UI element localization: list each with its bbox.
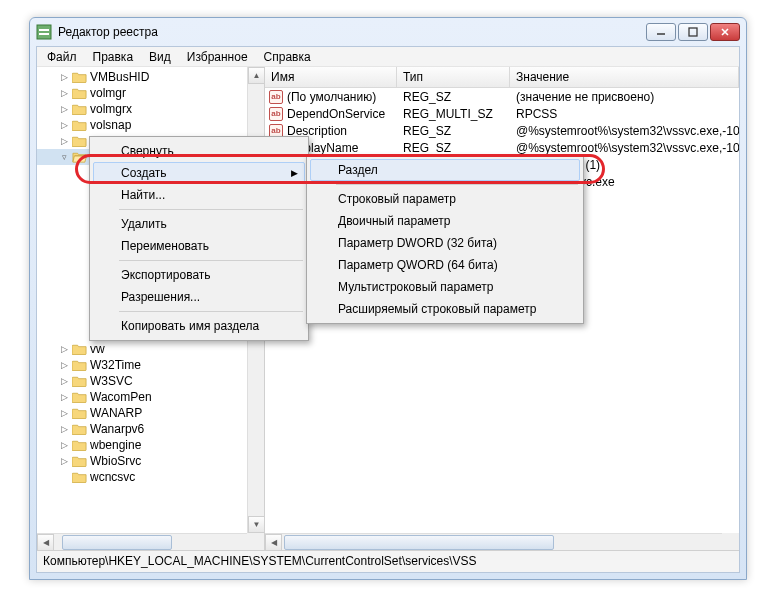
folder-icon (72, 119, 87, 131)
menu-item[interactable]: Переименовать (93, 235, 305, 257)
menu-item[interactable]: Разрешения... (93, 286, 305, 308)
menu-item[interactable]: Параметр DWORD (32 бита) (310, 232, 580, 254)
expand-icon[interactable]: ▷ (59, 88, 70, 99)
tree-item[interactable]: ▷W3SVC (37, 373, 264, 389)
tree-hscrollbar[interactable]: ◀ ▶ (37, 533, 264, 550)
menu-favorites[interactable]: Избранное (181, 48, 254, 66)
menu-edit[interactable]: Правка (87, 48, 140, 66)
expand-icon[interactable]: ▷ (59, 440, 70, 451)
folder-icon (72, 439, 87, 451)
expand-icon[interactable]: ▷ (59, 344, 70, 355)
folder-icon (72, 151, 87, 163)
menu-item[interactable]: Экспортировать (93, 264, 305, 286)
tree-item[interactable]: ▷volmgrx (37, 101, 264, 117)
minimize-button[interactable] (646, 23, 676, 41)
menu-item[interactable]: Раздел (310, 159, 580, 181)
tree-item-label: WANARP (90, 406, 142, 420)
folder-icon (72, 87, 87, 99)
list-row[interactable]: abDisplayNameREG_SZ@%systemroot%\system3… (265, 139, 739, 156)
close-button[interactable] (710, 23, 740, 41)
col-header-value[interactable]: Значение (510, 67, 739, 87)
menu-item-label: Экспортировать (121, 268, 211, 282)
string-value-icon: ab (269, 107, 283, 121)
titlebar[interactable]: Редактор реестра (30, 18, 746, 46)
window-title: Редактор реестра (58, 25, 646, 39)
value-data: (значение не присвоено) (510, 90, 739, 104)
menu-item[interactable]: Двоичный параметр (310, 210, 580, 232)
expand-icon[interactable]: ▷ (59, 120, 70, 131)
submenu-arrow-icon: ▶ (291, 168, 298, 178)
tree-item[interactable]: wcncsvc (37, 469, 264, 485)
tree-item[interactable]: ▷vw (37, 341, 264, 357)
scroll-left-icon[interactable]: ◀ (265, 534, 282, 550)
tree-item-label: WacomPen (90, 390, 152, 404)
expand-icon[interactable]: ▷ (59, 392, 70, 403)
value-data: @%systemroot%\system32\vssvc.exe,-101 (510, 124, 739, 138)
list-row[interactable]: abDescriptionREG_SZ@%systemroot%\system3… (265, 122, 739, 139)
expand-icon[interactable]: ▷ (59, 104, 70, 115)
expand-icon[interactable]: ▷ (59, 408, 70, 419)
col-header-name[interactable]: Имя (265, 67, 397, 87)
value-type: REG_SZ (397, 90, 510, 104)
menu-separator (119, 260, 303, 261)
folder-icon (72, 359, 87, 371)
tree-item[interactable]: ▷WacomPen (37, 389, 264, 405)
tree-item-label: W3SVC (90, 374, 133, 388)
folder-icon (72, 375, 87, 387)
scroll-up-icon[interactable]: ▲ (248, 67, 265, 84)
menu-item[interactable]: Свернуть (93, 140, 305, 162)
tree-item[interactable]: ▷Wanarpv6 (37, 421, 264, 437)
tree-item[interactable]: ▷volsnap (37, 117, 264, 133)
expand-icon[interactable]: ▷ (59, 424, 70, 435)
menu-item[interactable]: Найти... (93, 184, 305, 206)
expand-icon[interactable]: ▷ (59, 136, 70, 147)
expand-icon[interactable] (59, 472, 70, 483)
menu-item[interactable]: Расширяемый строковый параметр (310, 298, 580, 320)
list-row[interactable]: ab(По умолчанию)REG_SZ(значение не присв… (265, 88, 739, 105)
tree-item-label: W32Time (90, 358, 141, 372)
context-menu[interactable]: СвернутьСоздать▶Найти...УдалитьПереимено… (89, 136, 309, 341)
folder-icon (72, 407, 87, 419)
menu-item-label: Переименовать (121, 239, 209, 253)
menu-file[interactable]: Файл (41, 48, 83, 66)
menu-item[interactable]: Копировать имя раздела (93, 315, 305, 337)
menu-help[interactable]: Справка (258, 48, 317, 66)
tree-item[interactable]: ▷wbengine (37, 437, 264, 453)
folder-icon (72, 103, 87, 115)
tree-item[interactable]: ▷volmgr (37, 85, 264, 101)
value-type: REG_SZ (397, 141, 510, 155)
menu-item[interactable]: Параметр QWORD (64 бита) (310, 254, 580, 276)
tree-item[interactable]: ▷WbioSrvc (37, 453, 264, 469)
col-header-type[interactable]: Тип (397, 67, 510, 87)
context-submenu[interactable]: РазделСтроковый параметрДвоичный парамет… (306, 155, 584, 324)
menu-item-label: Создать (121, 166, 167, 180)
list-row[interactable]: abDependOnServiceREG_MULTI_SZRPCSS (265, 105, 739, 122)
tree-item-label: wbengine (90, 438, 141, 452)
menu-item[interactable]: Создать▶ (93, 162, 305, 184)
menu-item[interactable]: Удалить (93, 213, 305, 235)
menu-item-label: Мультистроковый параметр (338, 280, 494, 294)
menu-item[interactable]: Мультистроковый параметр (310, 276, 580, 298)
list-hscrollbar[interactable]: ◀ ▶ (265, 533, 739, 550)
menu-item-label: Копировать имя раздела (121, 319, 259, 333)
tree-item[interactable]: ▷W32Time (37, 357, 264, 373)
menu-item-label: Двоичный параметр (338, 214, 451, 228)
folder-icon (72, 343, 87, 355)
expand-icon[interactable]: ▿ (59, 152, 70, 163)
tree-item-label: volmgrx (90, 102, 132, 116)
menu-item-label: Найти... (121, 188, 165, 202)
menu-item[interactable]: Строковый параметр (310, 188, 580, 210)
tree-item[interactable]: ▷WANARP (37, 405, 264, 421)
scroll-down-icon[interactable]: ▼ (248, 516, 265, 533)
maximize-button[interactable] (678, 23, 708, 41)
expand-icon[interactable]: ▷ (59, 376, 70, 387)
tree-item-label: WbioSrvc (90, 454, 141, 468)
expand-icon[interactable]: ▷ (59, 360, 70, 371)
menu-view[interactable]: Вид (143, 48, 177, 66)
expand-icon[interactable]: ▷ (59, 456, 70, 467)
expand-icon[interactable]: ▷ (59, 72, 70, 83)
tree-item[interactable]: ▷VMBusHID (37, 69, 264, 85)
menu-separator (119, 209, 303, 210)
folder-icon (72, 455, 87, 467)
scroll-left-icon[interactable]: ◀ (37, 534, 54, 550)
